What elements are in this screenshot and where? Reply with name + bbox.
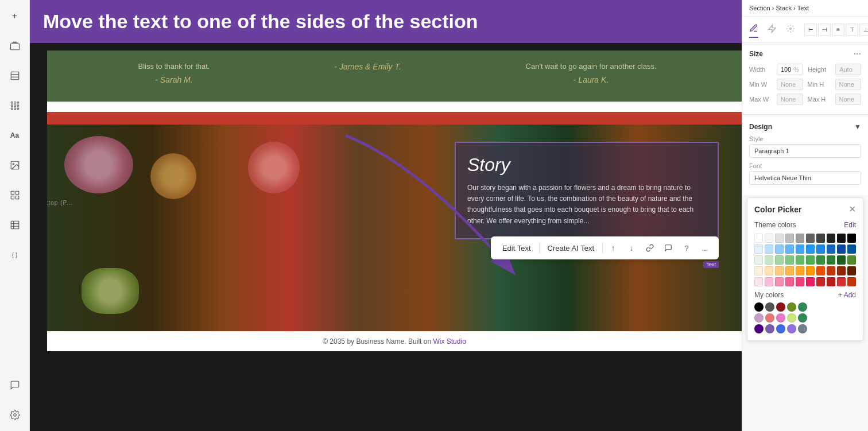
color-swatch[interactable]: [837, 234, 846, 243]
width-input[interactable]: 100 %: [777, 64, 803, 75]
color-swatch[interactable]: [837, 266, 846, 275]
color-swatch[interactable]: [785, 244, 794, 254]
edit-text-button[interactable]: Edit Text: [497, 242, 537, 255]
color-swatch[interactable]: [785, 277, 794, 286]
design-panel-tab[interactable]: [749, 21, 758, 38]
minh-input[interactable]: None: [835, 79, 862, 90]
color-swatch[interactable]: [775, 255, 784, 265]
table-icon[interactable]: [6, 216, 24, 234]
color-swatch[interactable]: [796, 266, 804, 275]
align-right-button[interactable]: ≡: [832, 24, 844, 36]
create-ai-button[interactable]: Create AI Text: [542, 242, 600, 255]
color-swatch[interactable]: [754, 277, 763, 286]
my-color-swatch[interactable]: [765, 313, 774, 323]
my-color-swatch[interactable]: [765, 302, 774, 312]
color-swatch[interactable]: [765, 277, 773, 286]
color-swatch[interactable]: [775, 266, 784, 275]
color-swatch[interactable]: [796, 244, 804, 254]
maxw-input[interactable]: None: [777, 94, 803, 105]
color-swatch[interactable]: [806, 277, 815, 286]
link-button[interactable]: [642, 240, 658, 256]
color-swatch[interactable]: [754, 244, 763, 254]
my-color-swatch[interactable]: [776, 302, 785, 312]
pages-icon[interactable]: [6, 67, 24, 85]
color-swatch[interactable]: [837, 255, 846, 265]
color-swatch[interactable]: [816, 244, 825, 254]
move-down-button[interactable]: ↓: [623, 240, 640, 256]
text-icon[interactable]: Aa: [6, 126, 24, 145]
move-up-button[interactable]: ↑: [605, 240, 621, 256]
color-swatch[interactable]: [754, 234, 763, 243]
my-color-swatch[interactable]: [787, 313, 796, 323]
my-color-swatch[interactable]: [787, 302, 796, 312]
size-more-icon[interactable]: ···: [854, 49, 861, 59]
font-input[interactable]: Helvetica Neue Thin: [749, 171, 861, 185]
my-color-swatch[interactable]: [776, 313, 785, 323]
color-swatch[interactable]: [765, 234, 773, 243]
color-swatch[interactable]: [765, 255, 773, 265]
add-color-button[interactable]: + Add: [838, 291, 856, 299]
edit-colors-link[interactable]: Edit: [844, 221, 856, 229]
add-icon[interactable]: +: [6, 7, 24, 25]
color-swatch[interactable]: [816, 234, 825, 243]
more-button[interactable]: ...: [697, 240, 713, 256]
color-swatch[interactable]: [806, 234, 815, 243]
chat-icon[interactable]: [6, 376, 24, 394]
elements-icon[interactable]: [6, 96, 24, 115]
story-box[interactable]: Story Our story began with a passion for…: [455, 142, 719, 239]
help-button[interactable]: ?: [679, 240, 695, 256]
color-swatch[interactable]: [827, 244, 835, 254]
align-top-button[interactable]: ⊤: [846, 24, 858, 36]
comment-button[interactable]: [660, 240, 676, 256]
maxh-input[interactable]: None: [835, 94, 862, 105]
settings-icon[interactable]: [6, 406, 24, 424]
action-panel-tab[interactable]: [768, 22, 777, 37]
code-icon[interactable]: { }: [6, 246, 24, 264]
color-swatch[interactable]: [775, 234, 784, 243]
color-swatch[interactable]: [827, 255, 835, 265]
color-swatch[interactable]: [765, 244, 773, 254]
my-color-swatch[interactable]: [787, 324, 796, 333]
my-color-swatch[interactable]: [765, 324, 774, 333]
align-left-button[interactable]: ⊢: [804, 24, 817, 36]
color-swatch[interactable]: [847, 277, 856, 286]
align-center-button[interactable]: ⊣: [818, 24, 831, 36]
color-swatch[interactable]: [847, 234, 856, 243]
color-swatch[interactable]: [837, 244, 846, 254]
layers-icon[interactable]: [6, 37, 24, 55]
style-input[interactable]: Paragraph 1: [749, 144, 861, 158]
my-color-swatch[interactable]: [754, 324, 764, 333]
my-color-swatch[interactable]: [754, 313, 764, 323]
color-picker-close-icon[interactable]: ✕: [848, 205, 856, 214]
color-swatch[interactable]: [806, 266, 815, 275]
my-color-swatch[interactable]: [798, 324, 807, 333]
color-swatch[interactable]: [847, 266, 856, 275]
align-middle-button[interactable]: ⊥: [859, 24, 868, 36]
color-swatch[interactable]: [837, 277, 846, 286]
color-swatch[interactable]: [775, 244, 784, 254]
color-swatch[interactable]: [775, 277, 784, 286]
height-input[interactable]: Auto: [835, 64, 861, 75]
color-swatch[interactable]: [765, 266, 773, 275]
footer-link[interactable]: Wix Studio: [433, 337, 466, 345]
color-swatch[interactable]: [754, 255, 763, 265]
color-swatch[interactable]: [785, 255, 794, 265]
my-color-swatch[interactable]: [798, 302, 807, 312]
color-swatch[interactable]: [785, 266, 794, 275]
color-swatch[interactable]: [827, 266, 835, 275]
color-swatch[interactable]: [754, 266, 763, 275]
color-swatch[interactable]: [816, 277, 825, 286]
my-color-swatch[interactable]: [798, 313, 807, 323]
my-color-swatch[interactable]: [776, 324, 785, 333]
color-swatch[interactable]: [847, 255, 856, 265]
media-icon[interactable]: [6, 156, 24, 174]
color-swatch[interactable]: [816, 255, 825, 265]
color-swatch[interactable]: [796, 277, 804, 286]
design-chevron-icon[interactable]: ▼: [854, 123, 861, 131]
color-swatch[interactable]: [796, 255, 804, 265]
color-swatch[interactable]: [827, 234, 835, 243]
color-swatch[interactable]: [806, 255, 815, 265]
color-swatch[interactable]: [816, 266, 825, 275]
color-swatch[interactable]: [785, 234, 794, 243]
color-swatch[interactable]: [827, 277, 835, 286]
